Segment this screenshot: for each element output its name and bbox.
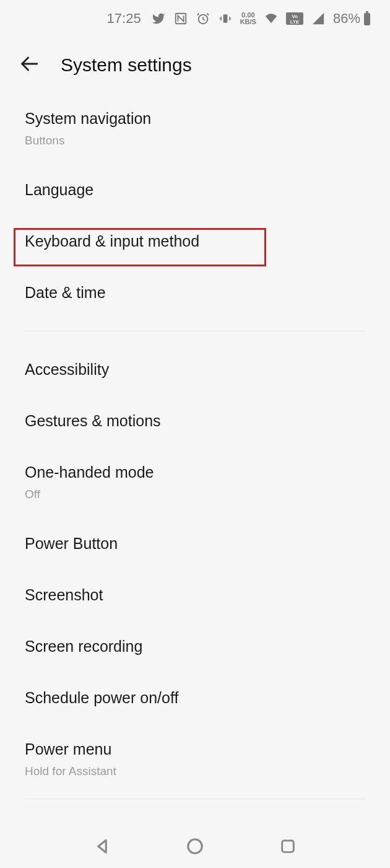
item-power-button[interactable]: Power Button <box>0 518 390 569</box>
item-keyboard-input-method[interactable]: Keyboard & input method <box>0 216 390 267</box>
data-rate-unit: KB/S <box>240 19 256 25</box>
item-gestures-motions[interactable]: Gestures & motions <box>0 395 390 447</box>
item-power-menu[interactable]: Power menu Hold for Assistant <box>0 724 390 795</box>
item-schedule-power[interactable]: Schedule power on/off <box>0 672 390 724</box>
data-rate-indicator: 0.00 KB/S <box>240 12 256 25</box>
item-label: Keyboard & input method <box>25 232 365 250</box>
item-label: Power Button <box>25 535 365 553</box>
item-sublabel: Off <box>25 488 365 501</box>
arrow-left-icon <box>19 53 40 74</box>
item-label: Screenshot <box>25 586 365 604</box>
circle-home-icon <box>186 837 204 856</box>
status-time: 17:25 <box>107 11 141 27</box>
item-one-handed-mode[interactable]: One-handed mode Off <box>0 447 390 518</box>
wifi-icon <box>264 11 279 26</box>
nav-home-button[interactable] <box>173 831 217 862</box>
item-system-navigation[interactable]: System navigation Buttons <box>0 93 390 164</box>
svg-rect-10 <box>282 841 294 853</box>
svg-text:LTE: LTE <box>290 19 300 25</box>
status-bar: 17:25 0.00 KB/S VoLTE 86% <box>0 0 390 37</box>
triangle-back-icon <box>93 837 111 856</box>
svg-rect-2 <box>223 14 227 22</box>
item-label: System navigation <box>25 110 365 128</box>
nav-bar <box>0 825 390 868</box>
item-label: Gestures & motions <box>25 412 365 430</box>
item-label: Date & time <box>25 284 365 302</box>
item-sublabel: Buttons <box>25 134 365 147</box>
item-screenshot[interactable]: Screenshot <box>0 569 390 621</box>
square-recent-icon <box>279 838 297 855</box>
nav-back-button[interactable] <box>80 831 124 862</box>
page-header: System settings <box>0 37 390 93</box>
svg-rect-7 <box>366 11 368 13</box>
settings-list: System navigation Buttons Language Keybo… <box>0 93 390 799</box>
page-title: System settings <box>61 55 192 76</box>
alarm-icon <box>196 11 210 26</box>
item-language[interactable]: Language <box>0 164 390 216</box>
item-label: One-handed mode <box>25 463 365 481</box>
svg-point-9 <box>188 840 202 854</box>
back-button[interactable] <box>19 53 40 77</box>
nav-recent-button[interactable] <box>266 831 310 862</box>
battery-indicator: 86% <box>333 11 371 27</box>
item-label: Accessibility <box>25 361 365 379</box>
volte-icon: VoLTE <box>286 11 303 26</box>
item-sublabel: Hold for Assistant <box>25 765 365 778</box>
item-label: Schedule power on/off <box>25 689 365 707</box>
item-label: Screen recording <box>25 638 365 655</box>
section-divider <box>25 799 365 799</box>
vibrate-icon <box>218 11 233 26</box>
section-divider <box>25 331 365 331</box>
signal-icon <box>311 11 326 26</box>
item-screen-recording[interactable]: Screen recording <box>0 621 390 672</box>
nfc-icon <box>173 11 188 26</box>
twitter-icon <box>151 11 166 26</box>
item-date-time[interactable]: Date & time <box>0 267 390 318</box>
svg-rect-6 <box>364 13 370 25</box>
item-accessibility[interactable]: Accessibility <box>0 344 390 395</box>
item-label: Language <box>25 181 365 199</box>
svg-text:Vo: Vo <box>292 14 298 19</box>
item-label: Power menu <box>25 740 365 758</box>
battery-percent: 86% <box>333 11 360 27</box>
